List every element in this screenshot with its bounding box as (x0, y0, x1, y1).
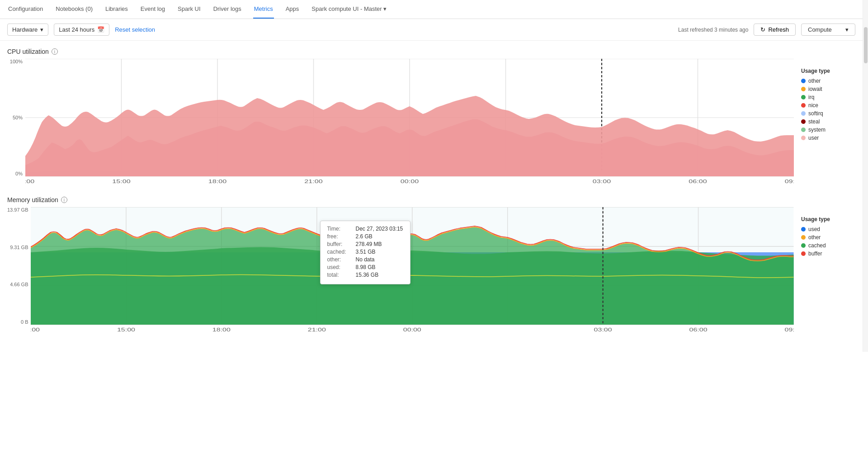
nav-apps[interactable]: Apps (285, 0, 300, 19)
svg-text:21:00: 21:00 (304, 179, 323, 184)
memory-legend: Usage type used other cached (801, 207, 855, 334)
tooltip-used: used: 8.98 GB (327, 264, 404, 270)
hardware-dropdown[interactable]: Hardware ▾ (7, 24, 48, 36)
svg-text:21:00: 21:00 (308, 327, 326, 332)
svg-text:06:00: 06:00 (689, 327, 708, 332)
legend-user: user (801, 135, 855, 141)
cpu-chart-svg: 12:00 15:00 18:00 21:00 00:00 03:00 06:0… (25, 59, 794, 185)
refresh-icon: ↻ (760, 26, 765, 33)
tooltip-total: total: 15.36 GB (327, 272, 404, 278)
legend-other: other (801, 78, 855, 84)
scrollbar-thumb[interactable] (864, 27, 868, 63)
chevron-down-icon: ▾ (845, 26, 849, 33)
legend-cached: cached (801, 242, 855, 249)
nav-event-log[interactable]: Event log (140, 0, 166, 19)
cpu-chart-title: CPU utilization i (7, 48, 855, 55)
nav-spark-compute[interactable]: Spark compute UI - Master ▾ (311, 0, 387, 19)
svg-text:09:00: 09:00 (785, 179, 794, 184)
svg-text:18:00: 18:00 (212, 327, 231, 332)
nav-configuration[interactable]: Configuration (7, 0, 44, 19)
reset-selection-link[interactable]: Reset selection (115, 26, 155, 33)
svg-text:03:00: 03:00 (594, 327, 612, 332)
cpu-legend: Usage type other iowait irq (801, 59, 855, 185)
memory-chart-title: Memory utilization i (7, 196, 855, 203)
nav-metrics[interactable]: Metrics (253, 0, 274, 19)
memory-chart-section: Memory utilization i 13.97 GB 9.31 GB 4.… (7, 196, 855, 334)
nav-spark-ui[interactable]: Spark UI (177, 0, 202, 19)
calendar-icon: 📅 (97, 26, 104, 33)
svg-text:12:00: 12:00 (31, 327, 40, 332)
svg-text:15:00: 15:00 (112, 179, 131, 184)
legend-softirq: softirq (801, 110, 855, 117)
legend-other-mem: other (801, 234, 855, 241)
memory-info-icon[interactable]: i (61, 197, 67, 203)
tooltip-other: other: No data (327, 256, 404, 263)
nav-driver-logs[interactable]: Driver logs (212, 0, 242, 19)
tooltip-cached: cached: 3.51 GB (327, 249, 404, 255)
svg-text:03:00: 03:00 (593, 179, 611, 184)
charts-area: CPU utilization i 100% 50% 0% (0, 41, 863, 352)
legend-iowait: iowait (801, 86, 855, 92)
scrollbar-track[interactable] (863, 0, 868, 352)
svg-text:06:00: 06:00 (689, 179, 707, 184)
cpu-info-icon[interactable]: i (52, 48, 58, 55)
legend-nice: nice (801, 102, 855, 109)
memory-yaxis: 13.97 GB 9.31 GB 4.66 GB 0 B (7, 207, 31, 334)
toolbar: Hardware ▾ Last 24 hours 📅 Reset selecti… (0, 19, 863, 41)
legend-used: used (801, 226, 855, 232)
date-range-picker[interactable]: Last 24 hours 📅 (54, 24, 109, 36)
svg-text:12:00: 12:00 (25, 179, 35, 184)
tooltip-free: free: 2.6 GB (327, 233, 404, 240)
nav-bar: Configuration Notebooks (0) Libraries Ev… (0, 0, 863, 19)
legend-system: system (801, 127, 855, 133)
svg-text:00:00: 00:00 (403, 327, 421, 332)
legend-buffer: buffer (801, 250, 855, 257)
legend-irq: irq (801, 94, 855, 100)
cpu-yaxis: 100% 50% 0% (7, 59, 25, 185)
nav-libraries[interactable]: Libraries (104, 0, 129, 19)
memory-chart-svg: 12:00 15:00 18:00 21:00 00:00 03:00 06:0… (31, 207, 794, 334)
refresh-button[interactable]: ↻ Refresh (754, 24, 796, 36)
cpu-chart-container: 100% 50% 0% (7, 59, 855, 185)
cpu-chart-section: CPU utilization i 100% 50% 0% (7, 48, 855, 185)
legend-steal: steal (801, 118, 855, 125)
svg-text:18:00: 18:00 (208, 179, 227, 184)
nav-notebooks[interactable]: Notebooks (0) (55, 0, 94, 19)
memory-tooltip: Time: Dec 27, 2023 03:15 free: 2.6 GB bu… (320, 221, 410, 284)
memory-chart-container: 13.97 GB 9.31 GB 4.66 GB 0 B (7, 207, 855, 334)
svg-text:00:00: 00:00 (401, 179, 419, 184)
tooltip-buffer: buffer: 278.49 MB (327, 241, 404, 247)
svg-text:15:00: 15:00 (117, 327, 135, 332)
compute-dropdown[interactable]: Compute ▾ (801, 24, 855, 36)
last-refreshed-text: Last refreshed 3 minutes ago (678, 27, 748, 33)
svg-text:09:00: 09:00 (785, 327, 794, 332)
tooltip-time: Time: Dec 27, 2023 03:15 (327, 226, 404, 232)
